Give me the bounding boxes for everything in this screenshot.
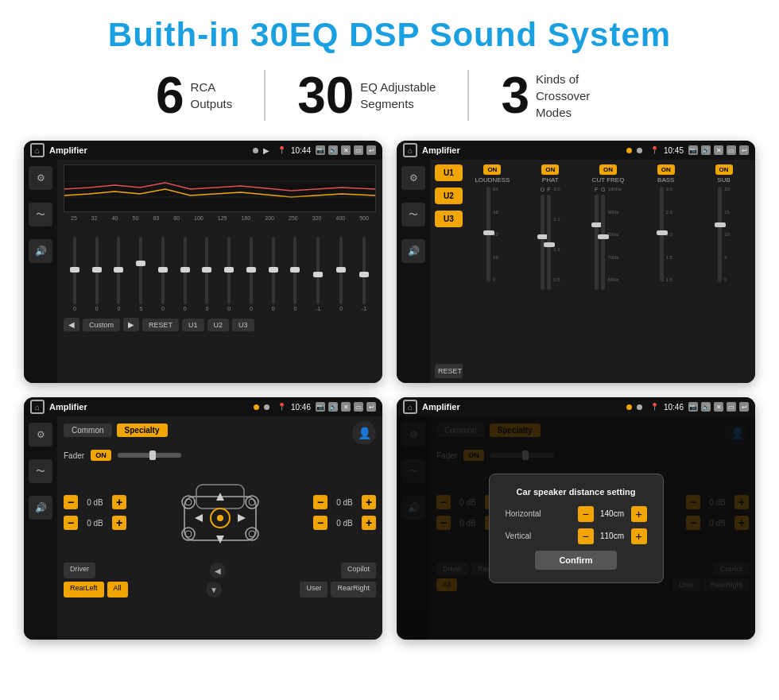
eq-slider-3[interactable]: 5: [139, 237, 142, 311]
eq-left-sidebar: ⚙ 〜 🔊: [24, 160, 57, 383]
bass-label: BASS: [657, 176, 674, 184]
vertical-plus-btn[interactable]: +: [631, 528, 647, 544]
eq-sliders: 0 0 0 5 0 0 0 0 0 0 0 -1 0 -1: [64, 224, 376, 311]
copilot-btn[interactable]: Copilot: [341, 563, 376, 578]
amp-wave-btn[interactable]: 〜: [401, 203, 425, 226]
plus-btn-2[interactable]: +: [362, 495, 376, 509]
eq-slider-7[interactable]: 0: [227, 237, 231, 311]
home-icon-2[interactable]: [403, 143, 417, 157]
loudness-slider[interactable]: [486, 187, 490, 282]
cutfreq-slider-f[interactable]: [595, 195, 599, 290]
confirm-button[interactable]: Confirm: [535, 551, 616, 570]
dot-white-3: [264, 404, 269, 410]
dot-white-4: [637, 404, 642, 410]
sub-slider[interactable]: [718, 187, 722, 282]
minus-btn-3[interactable]: −: [313, 516, 327, 530]
phat-on-btn[interactable]: ON: [541, 164, 559, 175]
eq-slider-5[interactable]: 0: [184, 237, 187, 311]
eq-slider-6[interactable]: 0: [205, 237, 208, 311]
horizontal-label: Horizontal: [506, 509, 541, 518]
amp-u3-btn[interactable]: U3: [435, 211, 463, 227]
minus-btn-2[interactable]: −: [313, 495, 327, 509]
home-icon-3[interactable]: [30, 400, 45, 414]
plus-btn-0[interactable]: +: [112, 495, 126, 509]
driver-btn[interactable]: Driver: [64, 563, 95, 578]
u3-btn-1[interactable]: U3: [232, 319, 254, 331]
loudness-on-btn[interactable]: ON: [483, 164, 501, 175]
eq-slider-11[interactable]: -1: [316, 237, 320, 311]
amp-filter-btn[interactable]: ⚙: [401, 166, 425, 190]
fader-on-btn[interactable]: ON: [91, 450, 111, 461]
dot-white-2: [637, 148, 642, 153]
vertical-minus-btn[interactable]: −: [578, 528, 594, 544]
phat-slider-f[interactable]: [547, 195, 551, 290]
eq-slider-1[interactable]: 0: [95, 237, 99, 311]
minus-btn-1[interactable]: −: [64, 516, 78, 530]
fader-track[interactable]: [118, 453, 181, 458]
amp-u1-btn[interactable]: U1: [435, 164, 463, 181]
horizontal-plus-btn[interactable]: +: [631, 506, 647, 522]
eq-main-area: 253240506380100125160200250320400500 0 0…: [57, 160, 382, 383]
all-btn[interactable]: All: [107, 582, 128, 598]
u2-btn-1[interactable]: U2: [207, 319, 230, 331]
home-icon-4[interactable]: [403, 400, 417, 414]
amp-reset-btn[interactable]: RESET: [435, 364, 463, 378]
cross-tab-specialty[interactable]: Specialty: [117, 423, 168, 437]
u1-btn-1[interactable]: U1: [182, 319, 204, 331]
back-icon-4[interactable]: ↩: [739, 402, 749, 412]
plus-btn-1[interactable]: +: [112, 516, 126, 530]
eq-speaker-btn[interactable]: 🔊: [29, 239, 52, 263]
cutfreq-slider-g[interactable]: [601, 195, 605, 290]
back-icon-3[interactable]: ↩: [366, 402, 376, 412]
custom-btn[interactable]: Custom: [83, 319, 120, 331]
eq-slider-0[interactable]: 0: [73, 237, 76, 311]
horizontal-minus-btn[interactable]: −: [578, 506, 594, 522]
minus-btn-0[interactable]: −: [64, 495, 78, 509]
sub-on-btn[interactable]: ON: [715, 164, 733, 175]
rearright-btn[interactable]: RearRight: [331, 582, 376, 598]
eq-slider-2[interactable]: 0: [117, 237, 120, 311]
car-diagram: [133, 469, 307, 556]
cross-speaker-btn[interactable]: 🔊: [29, 496, 52, 520]
eq-filter-btn[interactable]: ⚙: [29, 166, 52, 190]
home-icon-1[interactable]: [30, 143, 45, 157]
eq-slider-13[interactable]: -1: [362, 237, 366, 311]
cutfreq-on-btn[interactable]: ON: [599, 164, 617, 175]
battery-icon-3: ▭: [354, 402, 363, 412]
amp-speaker-btn[interactable]: 🔊: [401, 239, 425, 263]
eq-wave-btn[interactable]: 〜: [29, 203, 52, 226]
back-icon-1[interactable]: ↩: [366, 145, 376, 155]
amp-u2-btn[interactable]: U2: [435, 188, 463, 204]
x-icon-2: ✕: [714, 145, 723, 155]
bass-slider[interactable]: [660, 187, 664, 282]
time-2: 10:45: [664, 146, 684, 155]
prev-btn[interactable]: ◀: [64, 318, 79, 331]
reset-btn-1[interactable]: RESET: [142, 319, 179, 331]
user-icon-3[interactable]: 👤: [352, 421, 376, 445]
fader-row: Fader ON: [64, 450, 376, 461]
next-btn[interactable]: ▶: [123, 318, 139, 331]
cross-filter-btn[interactable]: ⚙: [29, 423, 52, 447]
center-arrow-down[interactable]: ▼: [206, 582, 222, 598]
svg-point-11: [249, 531, 255, 537]
amp-ch-bass: ON BASS 3.02.52.01.51.0: [639, 164, 692, 378]
plus-btn-3[interactable]: +: [362, 516, 376, 530]
eq-slider-4[interactable]: 0: [161, 237, 165, 311]
center-arrow-left[interactable]: ◀: [210, 563, 226, 578]
stat-crossover-number: 3: [501, 70, 529, 121]
eq-slider-8[interactable]: 0: [250, 237, 253, 311]
user-btn[interactable]: User: [300, 582, 327, 598]
cross-tab-common[interactable]: Common: [64, 423, 112, 437]
cross-wave-btn[interactable]: 〜: [29, 459, 52, 483]
x-icon-1: ✕: [341, 145, 351, 155]
page-title: Buith-in 30EQ DSP Sound System: [24, 16, 755, 54]
cross-db-row-0: − 0 dB +: [64, 495, 126, 509]
eq-slider-12[interactable]: 0: [339, 237, 343, 311]
vertical-label: Vertical: [506, 532, 532, 540]
eq-slider-10[interactable]: 0: [293, 237, 296, 311]
fader-thumb[interactable]: [149, 451, 156, 460]
back-icon-2[interactable]: ↩: [739, 145, 749, 155]
rearleft-btn[interactable]: RearLeft: [64, 582, 104, 598]
eq-slider-9[interactable]: 0: [272, 237, 275, 311]
bass-on-btn[interactable]: ON: [657, 164, 675, 175]
